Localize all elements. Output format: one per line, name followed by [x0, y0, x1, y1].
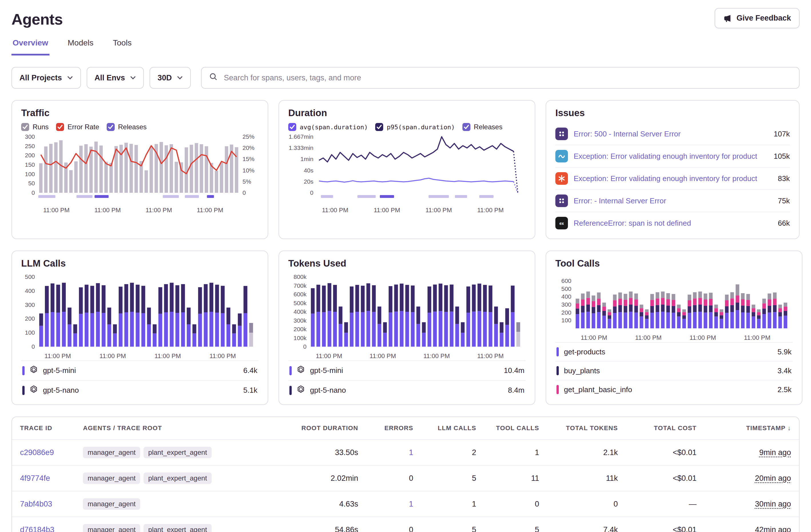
series-checkbox-error-rate[interactable]: Error Rate: [56, 123, 99, 131]
checkbox-check-icon: [56, 123, 64, 131]
traces-table-card: Trace IDAgents / Trace RootRoot Duration…: [12, 416, 799, 532]
svg-text:11:00 PM: 11:00 PM: [369, 352, 396, 360]
svg-text:11:00 PM: 11:00 PM: [100, 352, 126, 360]
duration-card: Duration avg(span.duration)p95(span.dura…: [278, 100, 535, 239]
checkbox-label: Runs: [33, 123, 49, 131]
series-checkbox-avg-span-duration-[interactable]: avg(span.duration): [288, 123, 368, 131]
tokens-used-title: Tokens Used: [288, 258, 525, 269]
svg-text:11:00 PM: 11:00 PM: [94, 207, 121, 214]
trace-id-link[interactable]: c29086e9: [20, 448, 54, 457]
svg-text:0: 0: [243, 189, 246, 196]
agent-tag: manager_agent: [83, 472, 140, 484]
charts-row-1: Traffic RunsError RateReleases 050100150…: [12, 100, 799, 239]
legend-item: gpt-5-mini10.4m: [288, 360, 525, 380]
svg-text:50: 50: [28, 180, 35, 186]
svg-text:100: 100: [25, 329, 35, 336]
legend-series-count: 3.4k: [778, 366, 792, 375]
series-color-strip: [289, 386, 292, 395]
svg-text:600: 600: [561, 277, 571, 284]
page-header: Agents Give Feedback: [12, 8, 799, 37]
search-input[interactable]: [223, 73, 792, 83]
series-checkbox-releases[interactable]: Releases: [107, 123, 147, 131]
column-header-trace_id[interactable]: Trace ID: [12, 417, 75, 440]
issue-count: 75k: [778, 197, 790, 206]
table-row: d76184b3manager_agentplant_expert_agent5…: [12, 517, 799, 532]
errors-count[interactable]: 1: [409, 500, 413, 508]
timestamp-value: 42min ago: [755, 526, 791, 532]
agent-tag: manager_agent: [83, 447, 140, 458]
agent-tag: manager_agent: [83, 498, 140, 510]
environment-filter-dropdown[interactable]: All Envs: [87, 67, 144, 89]
legend-item: gpt-5-nano5.1k: [21, 380, 259, 400]
issue-link[interactable]: Error: - Internal Server Error: [573, 197, 772, 206]
tool-calls-chart[interactable]: 10020030040050060011:00 PM11:00 PM11:00 …: [555, 273, 793, 342]
svg-text:5%: 5%: [243, 178, 251, 185]
svg-text:11:00 PM: 11:00 PM: [45, 352, 71, 360]
tool-calls-title: Tool Calls: [555, 258, 793, 269]
total-cost-value: <$0.01: [673, 448, 696, 457]
charts-row-2: LLM Calls 010020030040050011:00 PM11:00 …: [12, 250, 799, 405]
legend-series-name: buy_plants: [564, 366, 772, 375]
column-header-root_duration[interactable]: Root Duration: [272, 417, 366, 440]
column-header-llm_calls[interactable]: LLM Calls: [421, 417, 484, 440]
series-checkbox-runs[interactable]: Runs: [21, 123, 49, 131]
svg-text:11:00 PM: 11:00 PM: [209, 352, 236, 360]
errors-count[interactable]: 1: [409, 448, 413, 457]
column-header-total_tokens[interactable]: Total Tokens: [547, 417, 626, 440]
legend-series-count: 8.4m: [508, 386, 524, 395]
column-header-agents[interactable]: Agents / Trace Root: [75, 417, 272, 440]
total-tokens-value: 2.1k: [603, 448, 618, 457]
tokens-used-legend: gpt-5-mini10.4mgpt-5-nano8.4m: [288, 360, 525, 400]
traffic-card: Traffic RunsError RateReleases 050100150…: [12, 100, 268, 239]
checkbox-check-icon: [462, 123, 471, 131]
project-filter-dropdown[interactable]: All Projects: [12, 67, 81, 89]
svg-text:20%: 20%: [243, 145, 255, 151]
column-header-total_cost[interactable]: Total Cost: [626, 417, 705, 440]
tab-tools[interactable]: Tools: [112, 37, 133, 56]
tab-models[interactable]: Models: [67, 37, 95, 56]
tokens-used-chart[interactable]: 0100k200k300k400k500k600k700k800k11:00 P…: [288, 273, 525, 360]
issue-link[interactable]: ReferenceError: span is not defined: [573, 219, 772, 228]
trace-id-link[interactable]: d76184b3: [20, 526, 54, 532]
series-checkbox-p95-span-duration-[interactable]: p95(span.duration): [375, 123, 455, 131]
svg-text:11:00 PM: 11:00 PM: [374, 207, 400, 214]
checkbox-label: avg(span.duration): [300, 124, 368, 131]
duration-chart[interactable]: 020s40s1min1.333min1.667min11:00 PM11:00…: [288, 133, 525, 214]
issue-link[interactable]: Exception: Error validating enough inven…: [573, 152, 768, 161]
svg-text:11:00 PM: 11:00 PM: [635, 334, 662, 341]
legend-series-count: 5.1k: [243, 386, 257, 395]
column-header-timestamp[interactable]: Timestamp ↓: [705, 417, 799, 440]
llm-calls-chart[interactable]: 010020030040050011:00 PM11:00 PM11:00 PM…: [21, 273, 259, 360]
issue-link[interactable]: Exception: Error validating enough inven…: [573, 174, 772, 183]
series-checkbox-releases[interactable]: Releases: [462, 123, 502, 131]
checkbox-label: Releases: [118, 123, 147, 131]
date-range-dropdown[interactable]: 30D: [150, 67, 191, 89]
tab-overview[interactable]: Overview: [12, 37, 49, 56]
give-feedback-button[interactable]: Give Feedback: [715, 8, 799, 28]
traffic-chart[interactable]: 05010015020025030005%10%15%20%25%11:00 P…: [21, 133, 259, 214]
svg-text:1min: 1min: [300, 156, 313, 162]
svg-text:400: 400: [25, 287, 35, 294]
column-header-tool_calls[interactable]: Tool Calls: [484, 417, 547, 440]
column-header-errors[interactable]: Errors: [366, 417, 421, 440]
svg-text:11:00 PM: 11:00 PM: [424, 352, 450, 360]
legend-series-count: 10.4m: [504, 366, 524, 375]
trace-id-link[interactable]: 4f9774fe: [20, 474, 50, 483]
svg-text:200: 200: [25, 152, 35, 158]
svg-text:150: 150: [25, 161, 35, 168]
agent-tag: manager_agent: [83, 524, 140, 532]
issue-link[interactable]: Error: 500 - Internal Server Error: [573, 130, 768, 138]
total-tokens-value: 7.4k: [603, 526, 618, 532]
openai-logo-icon: [30, 385, 38, 395]
svg-text:250: 250: [25, 143, 35, 149]
trace-id-link[interactable]: 7abf4b03: [20, 500, 52, 508]
errors-count: 0: [409, 474, 413, 483]
svg-text:200k: 200k: [293, 326, 307, 332]
legend-series-count: 6.4k: [243, 366, 257, 375]
series-color-strip: [22, 366, 25, 375]
root-duration-value: 4.63s: [339, 500, 358, 508]
issue-project-icon: [555, 195, 568, 207]
svg-text:300: 300: [561, 301, 571, 308]
svg-text:200: 200: [561, 309, 571, 316]
svg-text:500: 500: [561, 286, 571, 292]
